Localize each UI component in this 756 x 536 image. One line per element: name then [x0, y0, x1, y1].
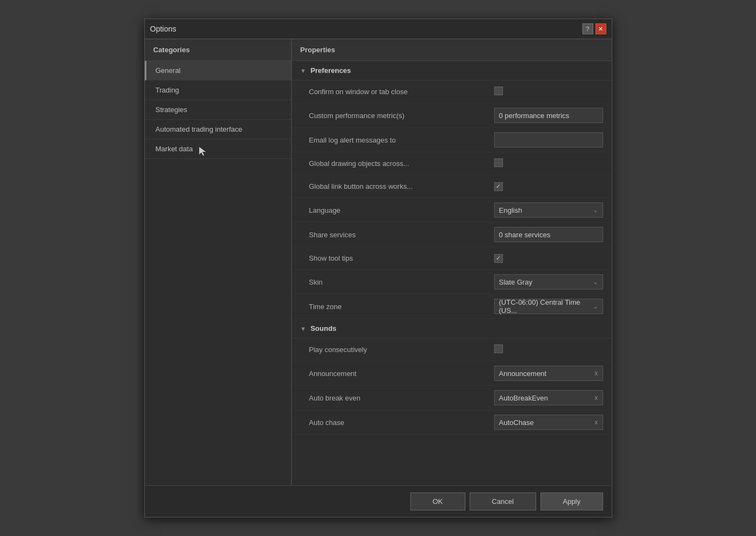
- global-drawing-checkbox[interactable]: [494, 158, 503, 167]
- title-bar: Options ? ✕: [145, 19, 612, 39]
- timezone-chevron-icon: ⌄: [593, 303, 598, 310]
- close-button[interactable]: ✕: [595, 23, 606, 34]
- auto-break-even-value: AutoBreakEven x: [494, 390, 603, 405]
- language-chevron-icon: ⌄: [593, 206, 598, 214]
- show-tooltips-label: Show tool tips: [309, 254, 494, 262]
- categories-panel: Categories General Trading Strategies Au…: [145, 39, 292, 485]
- skin-row: Skin Slate Gray ⌄: [292, 270, 612, 294]
- dialog-body: Categories General Trading Strategies Au…: [145, 39, 612, 485]
- skin-value: Slate Gray ⌄: [494, 274, 603, 289]
- dialog-title: Options: [150, 24, 176, 33]
- svg-marker-0: [199, 147, 206, 156]
- cancel-button[interactable]: Cancel: [470, 492, 536, 510]
- email-log-input[interactable]: [494, 132, 603, 147]
- title-bar-buttons: ? ✕: [582, 23, 606, 34]
- announcement-remove-icon[interactable]: x: [595, 369, 598, 377]
- play-consecutive-row: Play consecutively: [292, 338, 612, 361]
- auto-chase-tag[interactable]: AutoChase x: [494, 415, 603, 430]
- skin-label: Skin: [309, 278, 494, 286]
- properties-panel: Properties ▼ Preferences Confirm on wind…: [292, 39, 612, 485]
- play-consecutive-label: Play consecutively: [309, 346, 494, 354]
- global-drawing-label: Global drawing objects across...: [309, 159, 494, 168]
- announcement-label: Announcement: [309, 369, 494, 378]
- language-value: English ⌄: [494, 202, 603, 218]
- play-consecutive-checkbox[interactable]: [494, 344, 503, 353]
- announcement-value: Announcement x: [494, 366, 603, 381]
- play-consecutive-value: [494, 344, 603, 355]
- timezone-select[interactable]: (UTC-06:00) Central Time (US... ⌄: [494, 299, 603, 314]
- timezone-label: Time zone: [309, 303, 494, 311]
- global-link-value: [494, 182, 603, 191]
- confirm-close-label: Confirm on window or tab close: [309, 88, 494, 96]
- help-button[interactable]: ?: [582, 23, 593, 34]
- perf-metrics-label: Custom performance metric(s): [309, 112, 494, 120]
- language-row: Language English ⌄: [292, 198, 612, 223]
- sidebar-item-strategies[interactable]: Strategies: [145, 100, 291, 120]
- show-tooltips-value: [494, 254, 603, 263]
- global-link-label: Global link button across works...: [309, 182, 494, 190]
- global-drawing-row: Global drawing objects across...: [292, 152, 612, 175]
- share-services-label: Share services: [309, 231, 494, 239]
- preferences-section-header[interactable]: ▼ Preferences: [292, 61, 612, 81]
- auto-break-even-row: Auto break even AutoBreakEven x: [292, 386, 612, 410]
- sidebar-item-trading[interactable]: Trading: [145, 81, 291, 100]
- sidebar-item-market[interactable]: Market data: [145, 139, 291, 159]
- announcement-row: Announcement Announcement x: [292, 361, 612, 386]
- options-dialog: Options ? ✕ Categories General Trading S…: [144, 19, 612, 517]
- sidebar-item-general[interactable]: General: [145, 61, 291, 81]
- dialog-footer: OK Cancel Apply: [145, 485, 612, 517]
- preferences-title: Preferences: [310, 66, 351, 75]
- properties-content[interactable]: ▼ Preferences Confirm on window or tab c…: [292, 61, 612, 485]
- confirm-close-checkbox[interactable]: [494, 87, 503, 95]
- skin-select[interactable]: Slate Gray ⌄: [494, 274, 603, 289]
- timezone-value: (UTC-06:00) Central Time (US... ⌄: [494, 299, 603, 314]
- language-select[interactable]: English ⌄: [494, 202, 603, 218]
- ok-button[interactable]: OK: [410, 492, 465, 510]
- perf-metrics-value[interactable]: 0 performance metrics: [494, 108, 603, 123]
- show-tooltips-checkbox[interactable]: [494, 254, 503, 263]
- auto-break-even-remove-icon[interactable]: x: [595, 394, 598, 402]
- auto-break-even-label: Auto break even: [309, 394, 494, 402]
- email-log-row: Email log alert messages to: [292, 128, 612, 152]
- share-services-value[interactable]: 0 share services: [494, 227, 603, 242]
- perf-metrics-display[interactable]: 0 performance metrics: [494, 108, 603, 123]
- auto-chase-row: Auto chase AutoChase x: [292, 410, 612, 435]
- sounds-arrow: ▼: [300, 325, 306, 332]
- sounds-title: Sounds: [310, 324, 336, 332]
- auto-chase-label: Auto chase: [309, 418, 494, 427]
- share-services-display[interactable]: 0 share services: [494, 227, 603, 242]
- categories-header: Categories: [145, 39, 291, 61]
- sidebar-item-automated[interactable]: Automated trading interface: [145, 120, 291, 139]
- skin-chevron-icon: ⌄: [593, 278, 598, 286]
- confirm-close-value: [494, 87, 603, 97]
- apply-button[interactable]: Apply: [540, 492, 603, 510]
- properties-header: Properties: [292, 39, 612, 61]
- email-log-label: Email log alert messages to: [309, 136, 494, 144]
- timezone-row: Time zone (UTC-06:00) Central Time (US..…: [292, 294, 612, 319]
- confirm-close-row: Confirm on window or tab close: [292, 81, 612, 103]
- global-link-checkbox[interactable]: [494, 182, 503, 191]
- auto-break-even-tag[interactable]: AutoBreakEven x: [494, 390, 603, 405]
- auto-chase-remove-icon[interactable]: x: [595, 418, 598, 426]
- preferences-arrow: ▼: [300, 67, 306, 74]
- cursor-icon: [199, 147, 205, 152]
- share-services-row: Share services 0 share services: [292, 223, 612, 247]
- show-tooltips-row: Show tool tips: [292, 247, 612, 270]
- sounds-section-header[interactable]: ▼ Sounds: [292, 319, 612, 338]
- language-label: Language: [309, 206, 494, 214]
- email-log-value: [494, 132, 603, 147]
- announcement-tag[interactable]: Announcement x: [494, 366, 603, 381]
- perf-metrics-row: Custom performance metric(s) 0 performan…: [292, 103, 612, 128]
- global-drawing-value: [494, 158, 603, 169]
- global-link-row: Global link button across works...: [292, 175, 612, 198]
- auto-chase-value: AutoChase x: [494, 415, 603, 430]
